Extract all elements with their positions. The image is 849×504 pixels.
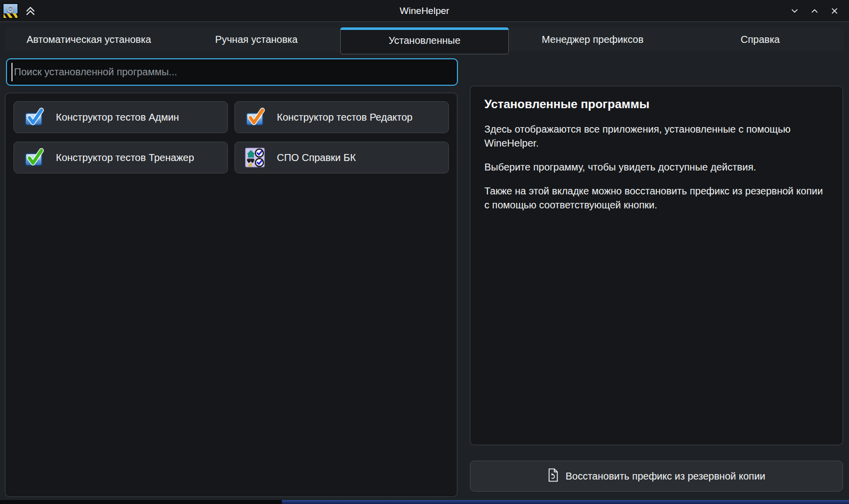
app-icon: ⚙ <box>2 3 18 19</box>
keep-above-icon[interactable] <box>24 5 36 17</box>
window-controls <box>788 4 849 17</box>
document-restore-icon <box>548 468 559 485</box>
hazard-stripes <box>3 13 17 18</box>
bk-reference-suite-icon <box>245 148 265 168</box>
info-paragraph: Также на этой вкладке можно восстановить… <box>484 184 829 212</box>
strip-dark-segment <box>0 500 282 504</box>
program-name: СПО Справки БК <box>277 152 356 164</box>
search-input[interactable] <box>6 58 458 86</box>
bottom-screen-strip <box>0 500 849 504</box>
info-panel: Установленные программы Здесь отображают… <box>470 86 843 445</box>
program-card-editor[interactable]: Конструктор тестов Редактор <box>234 101 449 133</box>
tab-prefix-manager[interactable]: Менеджер префиксов <box>509 27 676 51</box>
text-caret <box>11 63 12 81</box>
info-paragraph: Выберите программу, чтобы увидеть доступ… <box>484 160 829 174</box>
program-card-admin[interactable]: Конструктор тестов Админ <box>13 101 228 133</box>
program-card-trainer[interactable]: Конструктор тестов Тренажер <box>13 142 228 173</box>
installed-programs-panel: Конструктор тестов Админ Конструктор тес… <box>5 93 457 497</box>
program-card-bk[interactable]: СПО Справки БК <box>234 142 449 173</box>
tab-bar: Автоматическая установка Ручная установк… <box>5 27 844 51</box>
checkbox-green-check-icon <box>24 148 44 168</box>
close-button[interactable] <box>828 4 841 17</box>
strip-blue-segment <box>282 500 849 504</box>
checkbox-orange-check-icon <box>245 107 265 127</box>
tab-automatic-install[interactable]: Автоматическая установка <box>5 27 173 51</box>
program-name: Конструктор тестов Тренажер <box>56 152 194 164</box>
program-name: Конструктор тестов Редактор <box>277 112 413 123</box>
info-panel-title: Установленные программы <box>484 97 829 111</box>
minimize-button[interactable] <box>788 4 801 17</box>
window-title: WineHelper <box>0 5 849 16</box>
titlebar: ⚙ WineHelper <box>0 0 849 22</box>
tab-manual-install[interactable]: Ручная установка <box>173 27 340 51</box>
tab-help[interactable]: Справка <box>676 27 844 51</box>
checkbox-blue-check-icon <box>24 107 44 127</box>
info-paragraph: Здесь отображаются все приложения, устан… <box>484 122 829 150</box>
search-field-wrapper <box>6 58 458 86</box>
tab-installed[interactable]: Установленные <box>340 27 509 54</box>
restore-prefix-button[interactable]: Восстановить префикс из резервной копии <box>470 461 843 492</box>
restore-prefix-label: Восстановить префикс из резервной копии <box>566 471 766 482</box>
maximize-button[interactable] <box>808 4 821 17</box>
program-name: Конструктор тестов Админ <box>56 112 179 123</box>
